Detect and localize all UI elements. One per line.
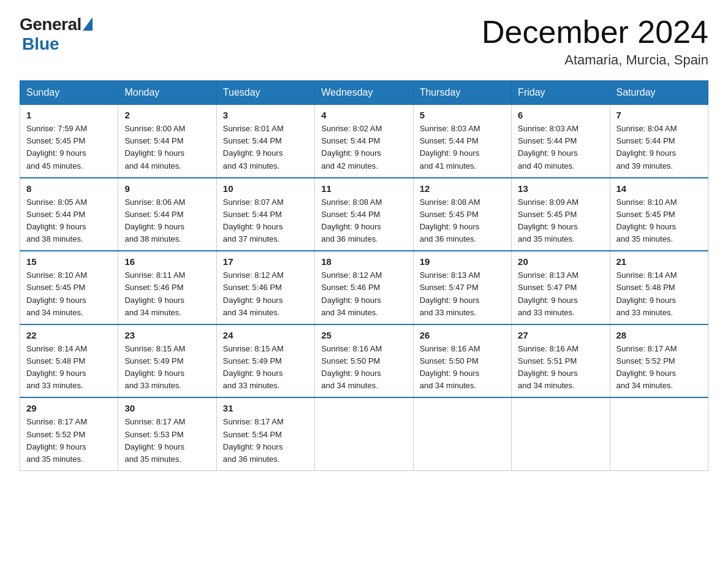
day-info: Sunrise: 8:16 AMSunset: 5:51 PMDaylight:…: [518, 343, 603, 393]
day-info: Sunrise: 8:05 AMSunset: 5:44 PMDaylight:…: [26, 196, 112, 246]
day-info: Sunrise: 8:17 AMSunset: 5:53 PMDaylight:…: [124, 416, 210, 465]
calendar-cell: 26Sunrise: 8:16 AMSunset: 5:50 PMDayligh…: [413, 324, 511, 398]
day-number: 23: [124, 330, 210, 340]
calendar-cell: 10Sunrise: 8:07 AMSunset: 5:44 PMDayligh…: [216, 178, 314, 251]
day-info: Sunrise: 8:10 AMSunset: 5:45 PMDaylight:…: [26, 269, 112, 319]
calendar-week-row: 15Sunrise: 8:10 AMSunset: 5:45 PMDayligh…: [20, 251, 708, 324]
day-info: Sunrise: 8:14 AMSunset: 5:48 PMDaylight:…: [26, 343, 112, 393]
day-number: 9: [124, 183, 210, 194]
day-number: 25: [321, 330, 406, 340]
header-friday: Friday: [512, 81, 610, 105]
calendar-cell: 4Sunrise: 8:02 AMSunset: 5:44 PMDaylight…: [315, 105, 413, 178]
day-info: Sunrise: 8:15 AMSunset: 5:49 PMDaylight:…: [124, 343, 210, 393]
day-info: Sunrise: 8:03 AMSunset: 5:44 PMDaylight:…: [420, 123, 505, 172]
calendar-cell: 30Sunrise: 8:17 AMSunset: 5:53 PMDayligh…: [118, 397, 216, 470]
day-info: Sunrise: 8:14 AMSunset: 5:48 PMDaylight:…: [616, 269, 702, 319]
calendar-week-row: 8Sunrise: 8:05 AMSunset: 5:44 PMDaylight…: [20, 178, 708, 251]
title-section: December 2024 Atamaria, Murcia, Spain: [482, 15, 708, 68]
day-number: 22: [26, 330, 112, 340]
day-info: Sunrise: 8:13 AMSunset: 5:47 PMDaylight:…: [518, 269, 603, 319]
day-number: 2: [124, 110, 210, 120]
day-info: Sunrise: 8:08 AMSunset: 5:44 PMDaylight:…: [321, 196, 406, 246]
calendar-cell: 7Sunrise: 8:04 AMSunset: 5:44 PMDaylight…: [610, 105, 708, 178]
calendar-cell: 23Sunrise: 8:15 AMSunset: 5:49 PMDayligh…: [118, 324, 216, 398]
calendar-cell: 5Sunrise: 8:03 AMSunset: 5:44 PMDaylight…: [413, 105, 511, 178]
day-info: Sunrise: 8:16 AMSunset: 5:50 PMDaylight:…: [420, 343, 505, 393]
day-info: Sunrise: 8:07 AMSunset: 5:44 PMDaylight:…: [223, 196, 308, 246]
month-title: December 2024: [482, 15, 708, 50]
day-number: 10: [223, 183, 308, 194]
day-number: 31: [223, 403, 308, 413]
day-info: Sunrise: 7:59 AMSunset: 5:45 PMDaylight:…: [26, 123, 112, 172]
calendar-cell: 3Sunrise: 8:01 AMSunset: 5:44 PMDaylight…: [216, 105, 314, 178]
day-number: 21: [616, 256, 702, 267]
day-info: Sunrise: 8:04 AMSunset: 5:44 PMDaylight:…: [616, 123, 702, 172]
header-thursday: Thursday: [413, 81, 511, 105]
calendar-cell: [315, 397, 413, 470]
header-wednesday: Wednesday: [315, 81, 413, 105]
calendar-cell: 20Sunrise: 8:13 AMSunset: 5:47 PMDayligh…: [512, 251, 610, 324]
day-number: 3: [223, 110, 308, 120]
calendar-cell: 21Sunrise: 8:14 AMSunset: 5:48 PMDayligh…: [610, 251, 708, 324]
calendar-cell: 15Sunrise: 8:10 AMSunset: 5:45 PMDayligh…: [20, 251, 118, 324]
calendar-cell: [512, 397, 610, 470]
header-sunday: Sunday: [20, 81, 118, 105]
day-info: Sunrise: 8:06 AMSunset: 5:44 PMDaylight:…: [124, 196, 210, 246]
header-monday: Monday: [118, 81, 216, 105]
day-number: 11: [321, 183, 406, 194]
calendar-cell: 31Sunrise: 8:17 AMSunset: 5:54 PMDayligh…: [216, 397, 314, 470]
calendar-table: SundayMondayTuesdayWednesdayThursdayFrid…: [20, 80, 708, 471]
page-header: General Blue December 2024 Atamaria, Mur…: [20, 15, 708, 68]
day-info: Sunrise: 8:10 AMSunset: 5:45 PMDaylight:…: [616, 196, 702, 246]
day-number: 4: [321, 110, 406, 120]
day-number: 12: [420, 183, 505, 194]
day-info: Sunrise: 8:09 AMSunset: 5:45 PMDaylight:…: [518, 196, 603, 246]
day-number: 6: [518, 110, 603, 120]
logo-general-text: General: [20, 15, 82, 34]
day-number: 26: [420, 330, 505, 340]
day-number: 17: [223, 256, 308, 267]
day-info: Sunrise: 8:17 AMSunset: 5:52 PMDaylight:…: [616, 343, 702, 393]
logo-blue-text: Blue: [22, 34, 59, 54]
logo-triangle-icon: [83, 17, 93, 31]
calendar-cell: 19Sunrise: 8:13 AMSunset: 5:47 PMDayligh…: [413, 251, 511, 324]
calendar-cell: 18Sunrise: 8:12 AMSunset: 5:46 PMDayligh…: [315, 251, 413, 324]
day-info: Sunrise: 8:17 AMSunset: 5:52 PMDaylight:…: [26, 416, 112, 465]
calendar-cell: 12Sunrise: 8:08 AMSunset: 5:45 PMDayligh…: [413, 178, 511, 251]
calendar-cell: 13Sunrise: 8:09 AMSunset: 5:45 PMDayligh…: [512, 178, 610, 251]
calendar-cell: [413, 397, 511, 470]
day-number: 5: [420, 110, 505, 120]
calendar-cell: 9Sunrise: 8:06 AMSunset: 5:44 PMDaylight…: [118, 178, 216, 251]
day-info: Sunrise: 8:01 AMSunset: 5:44 PMDaylight:…: [223, 123, 308, 172]
day-info: Sunrise: 8:08 AMSunset: 5:45 PMDaylight:…: [420, 196, 505, 246]
calendar-cell: 8Sunrise: 8:05 AMSunset: 5:44 PMDaylight…: [20, 178, 118, 251]
calendar-cell: 28Sunrise: 8:17 AMSunset: 5:52 PMDayligh…: [610, 324, 708, 398]
calendar-cell: 17Sunrise: 8:12 AMSunset: 5:46 PMDayligh…: [216, 251, 314, 324]
day-number: 29: [26, 403, 112, 413]
header-saturday: Saturday: [610, 81, 708, 105]
calendar-cell: [610, 397, 708, 470]
day-number: 15: [26, 256, 112, 267]
day-info: Sunrise: 8:16 AMSunset: 5:50 PMDaylight:…: [321, 343, 406, 393]
day-info: Sunrise: 8:17 AMSunset: 5:54 PMDaylight:…: [223, 416, 308, 465]
day-number: 24: [223, 330, 308, 340]
location-subtitle: Atamaria, Murcia, Spain: [482, 52, 708, 68]
day-number: 1: [26, 110, 112, 120]
calendar-week-row: 1Sunrise: 7:59 AMSunset: 5:45 PMDaylight…: [20, 105, 708, 178]
day-info: Sunrise: 8:15 AMSunset: 5:49 PMDaylight:…: [223, 343, 308, 393]
calendar-header-row: SundayMondayTuesdayWednesdayThursdayFrid…: [20, 81, 708, 105]
day-number: 8: [26, 183, 112, 194]
calendar-cell: 16Sunrise: 8:11 AMSunset: 5:46 PMDayligh…: [118, 251, 216, 324]
day-number: 14: [616, 183, 702, 194]
calendar-cell: 25Sunrise: 8:16 AMSunset: 5:50 PMDayligh…: [315, 324, 413, 398]
day-number: 20: [518, 256, 603, 267]
day-number: 16: [124, 256, 210, 267]
calendar-week-row: 22Sunrise: 8:14 AMSunset: 5:48 PMDayligh…: [20, 324, 708, 398]
calendar-week-row: 29Sunrise: 8:17 AMSunset: 5:52 PMDayligh…: [20, 397, 708, 470]
calendar-cell: 11Sunrise: 8:08 AMSunset: 5:44 PMDayligh…: [315, 178, 413, 251]
day-info: Sunrise: 8:11 AMSunset: 5:46 PMDaylight:…: [124, 269, 210, 319]
day-number: 7: [616, 110, 702, 120]
calendar-cell: 27Sunrise: 8:16 AMSunset: 5:51 PMDayligh…: [512, 324, 610, 398]
day-number: 28: [616, 330, 702, 340]
day-info: Sunrise: 8:13 AMSunset: 5:47 PMDaylight:…: [420, 269, 505, 319]
